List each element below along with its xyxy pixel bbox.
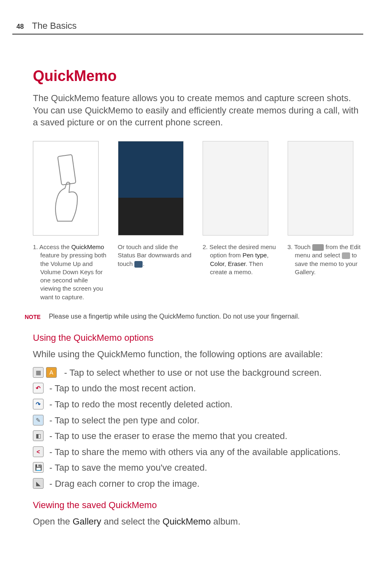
step-3-num: 2. xyxy=(203,243,208,250)
step-3: 2. Select the desired menu option from P… xyxy=(203,141,279,301)
eraser-icon: ◧ xyxy=(33,430,44,441)
background-b-icon: A xyxy=(46,367,57,378)
background-a-icon: ▦ xyxy=(33,367,44,378)
step-2-image xyxy=(118,141,184,236)
step-1-image xyxy=(33,141,99,236)
step-3-sep1: , xyxy=(267,252,268,259)
intro-text: The QuickMemo feature allows you to crea… xyxy=(33,92,363,129)
step-2-suffix: . xyxy=(143,260,144,267)
viewing-strong-b: QuickMemo xyxy=(163,516,211,527)
step-1-strong: QuickMemo xyxy=(71,243,104,250)
option-background-text: - Tap to select whether to use or not us… xyxy=(64,367,322,379)
step-2-alt: Or touch and slide the Status Bar downwa… xyxy=(118,141,194,301)
step-3-caption: 2. Select the desired menu option from P… xyxy=(203,243,279,276)
option-eraser-text: - Tap to use the eraser to erase the mem… xyxy=(49,430,287,442)
redo-icon: ↷ xyxy=(33,399,44,409)
viewing-text: Open the Gallery and select the QuickMem… xyxy=(33,516,363,527)
save-inline-icon xyxy=(342,252,350,259)
svg-rect-0 xyxy=(58,155,76,185)
viewing-text-a: Open the xyxy=(33,516,73,527)
undo-icon: ↶ xyxy=(33,383,44,393)
note-row: NOTE Please use a fingertip while using … xyxy=(25,313,363,320)
page-number: 48 xyxy=(16,23,24,30)
option-eraser: ◧ - Tap to use the eraser to erase the m… xyxy=(33,430,363,442)
option-redo-text: - Tap to redo the most recently deleted … xyxy=(49,399,233,411)
step-4: 3. Touch from the Edit menu and select t… xyxy=(288,141,364,301)
option-save: 💾 - Tap to save the memo you've created. xyxy=(33,462,363,474)
option-redo: ↷ - Tap to redo the most recently delete… xyxy=(33,399,363,411)
step-4-text-a: Touch xyxy=(293,243,312,250)
viewing-text-b: and select the xyxy=(101,516,162,527)
save-icon: 💾 xyxy=(33,462,44,473)
step-4-num: 3. xyxy=(288,243,293,250)
edit-menu-icon xyxy=(312,244,324,251)
option-pen: ✎ - Tap to select the pen type and color… xyxy=(33,415,363,427)
step-2-text: Or touch and slide the Status Bar downwa… xyxy=(118,243,191,267)
options-heading: Using the QuickMemo options xyxy=(33,333,363,343)
option-undo-text: - Tap to undo the most recent action. xyxy=(49,383,196,395)
note-label: NOTE xyxy=(25,313,41,320)
note-text: Please use a fingertip while using the Q… xyxy=(49,313,300,320)
step-3-image xyxy=(203,141,268,236)
steps-row: 1. Access the QuickMemo feature by press… xyxy=(33,141,363,301)
step-1: 1. Access the QuickMemo feature by press… xyxy=(33,141,109,301)
options-list: ▦ A - Tap to select whether to use or no… xyxy=(33,367,363,490)
page-header: 48 The Basics xyxy=(12,21,363,35)
options-intro: While using the QuickMemo function, the … xyxy=(33,349,363,360)
step-1-text-a: Access the xyxy=(38,243,71,250)
share-icon: < xyxy=(33,446,44,457)
option-undo: ↶ - Tap to undo the most recent action. xyxy=(33,383,363,395)
step-4-caption: 3. Touch from the Edit menu and select t… xyxy=(288,243,364,276)
step-3-strong-b: Color xyxy=(210,260,224,267)
viewing-text-c: album. xyxy=(211,516,240,527)
step-2-caption: Or touch and slide the Status Bar downwa… xyxy=(118,243,194,268)
viewing-heading: Viewing the saved QuickMemo xyxy=(33,500,363,511)
viewing-strong-a: Gallery xyxy=(73,516,101,527)
header-title: The Basics xyxy=(32,21,77,31)
option-save-text: - Tap to save the memo you've created. xyxy=(49,462,207,474)
section-title: QuickMemo xyxy=(33,67,363,85)
option-crop: ◣ - Drag each corner to crop the image. xyxy=(33,478,363,490)
option-background: ▦ A - Tap to select whether to use or no… xyxy=(33,367,363,379)
option-share-text: - Tap to share the memo with others via … xyxy=(49,446,341,458)
quickmemo-notification-icon xyxy=(134,261,143,268)
step-3-strong-c: Eraser xyxy=(228,260,245,267)
option-crop-text: - Drag each corner to crop the image. xyxy=(49,478,200,490)
step-1-caption: 1. Access the QuickMemo feature by press… xyxy=(33,243,109,301)
pen-icon: ✎ xyxy=(33,415,44,425)
step-4-image xyxy=(288,141,353,236)
step-1-num: 1. xyxy=(33,243,38,250)
step-3-strong-a: Pen type xyxy=(242,252,267,259)
option-pen-text: - Tap to select the pen type and color. xyxy=(49,415,199,427)
crop-icon: ◣ xyxy=(33,478,44,489)
step-1-text-b: feature by pressing both the Volume Up a… xyxy=(40,252,106,300)
option-share: < - Tap to share the memo with others vi… xyxy=(33,446,363,458)
